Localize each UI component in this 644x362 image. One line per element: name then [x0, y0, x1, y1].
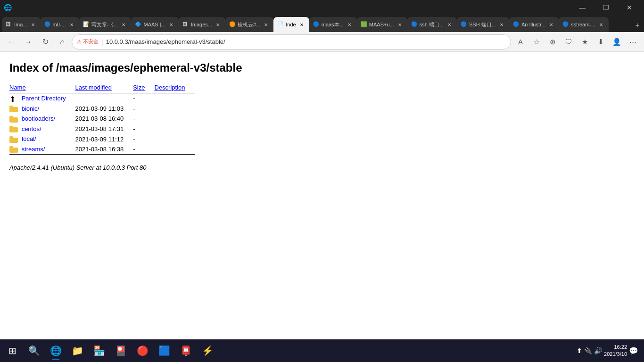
clock-time: 16:22	[604, 344, 627, 351]
folder-link[interactable]: streams/	[22, 146, 45, 153]
taskbar-app-edge[interactable]: 🌐	[45, 340, 66, 361]
tab-close-button[interactable]: ✕	[346, 21, 353, 28]
back-button[interactable]: ←	[4, 34, 19, 49]
tab-tab13[interactable]: 🔵 sstream-... ✕	[559, 17, 609, 32]
browser-logo-icon: 🌐	[4, 4, 11, 11]
favorites-button[interactable]: ☆	[529, 34, 544, 49]
settings-button[interactable]: ⋯	[625, 34, 640, 49]
taskbar-app-icon: 🔴	[137, 345, 149, 356]
tab-close-button[interactable]: ✕	[68, 21, 75, 28]
tab-favicon: 📝	[83, 21, 90, 28]
tab-close-button[interactable]: ✕	[396, 21, 404, 28]
tab-tab4[interactable]: 🔷 MAAS |... ✕	[131, 17, 178, 32]
close-button[interactable]: ✕	[619, 0, 640, 15]
col-name-link[interactable]: Name	[9, 84, 26, 91]
taskbar-app-app1[interactable]: 🎴	[110, 340, 131, 361]
tab-tab11[interactable]: 🔵 SSH 端口... ✕	[457, 17, 509, 32]
col-header-description: Description	[155, 82, 195, 93]
maximize-button[interactable]: ❐	[595, 0, 617, 15]
folder-link[interactable]: bootloaders/	[22, 115, 56, 122]
tab-tab9[interactable]: 🟩 MAAS+u... ✕	[357, 17, 407, 32]
taskbar-app-icon: 📮	[180, 345, 192, 356]
tab-title: Images...	[191, 22, 212, 27]
col-header-last-modified: Last modified	[75, 82, 133, 93]
taskbar-app-search[interactable]: 🔍	[24, 340, 44, 361]
col-size-link[interactable]: Size	[133, 84, 145, 91]
col-header-size: Size	[133, 82, 154, 93]
folder-icon	[9, 126, 18, 132]
sys-tray-expand[interactable]: ⬆	[577, 347, 582, 354]
tab-close-button[interactable]: ✕	[262, 21, 270, 28]
tab-tab3[interactable]: 📝 写文章-《... ✕	[79, 17, 132, 32]
start-button[interactable]: ⊞	[2, 340, 23, 361]
taskbar-app-icon: 🔍	[28, 345, 40, 356]
taskbar-app-store[interactable]: 🏪	[89, 340, 109, 361]
tab-title: sstream-...	[571, 22, 595, 27]
collections-button[interactable]: ⊕	[545, 34, 560, 49]
folder-size-cell: -	[133, 104, 154, 114]
tab-close-button[interactable]: ✕	[597, 21, 605, 28]
tab-tab6[interactable]: 🟠 棱机云#... ✕	[225, 17, 273, 32]
taskbar-app-app2[interactable]: 🔴	[132, 340, 153, 361]
tab-close-button[interactable]: ✕	[547, 21, 555, 28]
tab-close-button[interactable]: ✕	[214, 21, 222, 28]
tab-favicon: 🔵	[461, 21, 467, 28]
parent-size-cell: -	[133, 93, 154, 104]
taskbar-app-icon: 📁	[72, 345, 83, 356]
tab-close-button[interactable]: ✕	[446, 21, 453, 28]
tab-tab12[interactable]: 🔵 An Illustr... ✕	[509, 17, 559, 32]
adblock-button[interactable]: 🛡	[561, 34, 576, 49]
folder-modified-cell: 2021-03-09 11:12	[75, 134, 133, 144]
taskbar-app-explorer[interactable]: 📁	[67, 340, 88, 361]
downloads-button[interactable]: ⬇	[593, 34, 608, 49]
page-content: Index of /maas/images/ephemeral-v3/stabl…	[0, 52, 644, 339]
favorites-list-button[interactable]: ★	[577, 34, 592, 49]
taskbar-app-filezilla[interactable]: ⚡	[197, 340, 218, 361]
tab-tab2[interactable]: 🔵 m0-... ✕	[41, 17, 79, 32]
volume-icon[interactable]: 🔊	[594, 347, 602, 354]
tab-tab8[interactable]: 🔵 maas本... ✕	[309, 17, 357, 32]
taskbar: ⊞ 🔍🌐📁🏪🎴🔴🟦📮⚡ ⬆ 🔌 🔊 16:22 2021/3/10 💬	[0, 339, 644, 362]
parent-desc-cell	[155, 93, 195, 104]
tab-tab10[interactable]: 🔵 ssh 端口... ✕	[407, 17, 457, 32]
tab-tab7[interactable]: 📄 Inde ✕	[273, 17, 309, 32]
col-description-link[interactable]: Description	[155, 84, 185, 91]
home-button[interactable]: ⌂	[55, 34, 70, 49]
table-row: centos/ 2021-03-08 17:31 -	[9, 124, 195, 134]
new-tab-button[interactable]: +	[631, 19, 644, 32]
taskbar-app-app3[interactable]: 🟦	[154, 340, 174, 361]
tab-title: SSH 端口...	[469, 21, 496, 28]
tab-close-button[interactable]: ✕	[29, 21, 37, 28]
folder-link[interactable]: centos/	[22, 125, 41, 132]
profile-button[interactable]: 👤	[609, 34, 624, 49]
notification-icon[interactable]: 💬	[629, 346, 638, 355]
directory-table: Name Last modified Size Description	[9, 82, 195, 155]
network-icon[interactable]: 🔌	[584, 347, 592, 354]
col-header-name: Name	[9, 82, 75, 93]
server-info: Apache/2.4.41 (Ubuntu) Server at 10.0.0.…	[9, 164, 635, 171]
taskbar-clock: 16:22 2021/3/10	[604, 344, 627, 358]
forward-button[interactable]: →	[21, 34, 36, 49]
refresh-button[interactable]: ↻	[38, 34, 53, 49]
tab-tab5[interactable]: 🖼 Images... ✕	[179, 17, 225, 32]
minimize-button[interactable]: —	[571, 0, 593, 15]
tab-close-button[interactable]: ✕	[167, 21, 175, 28]
tab-close-button[interactable]: ✕	[498, 21, 505, 28]
translate-button[interactable]: A	[513, 34, 528, 49]
tab-tab1[interactable]: 🖼 Ima... ✕	[2, 17, 41, 32]
tab-favicon: 🔵	[513, 21, 520, 28]
tab-favicon: 🟠	[229, 21, 236, 28]
taskbar-app-app4[interactable]: 📮	[175, 340, 196, 361]
folder-link[interactable]: focal/	[22, 135, 36, 142]
tab-favicon: 🔵	[313, 21, 320, 28]
folder-name-cell: bootloaders/	[9, 114, 75, 124]
parent-dir-link[interactable]: Parent Directory	[22, 95, 66, 102]
folder-link[interactable]: bionic/	[22, 105, 40, 112]
address-bar[interactable]: ⚠ 不安全 | 10.0.0.3/maas/images/ephemeral-v…	[72, 34, 511, 49]
address-text: 10.0.0.3/maas/images/ephemeral-v3/stable…	[106, 38, 506, 45]
col-last-modified-link[interactable]: Last modified	[75, 84, 112, 91]
title-bar: 🌐 — ❐ ✕	[0, 0, 644, 15]
tab-close-button[interactable]: ✕	[120, 21, 127, 28]
folder-icon	[9, 116, 18, 123]
tab-close-button[interactable]: ✕	[298, 21, 305, 28]
